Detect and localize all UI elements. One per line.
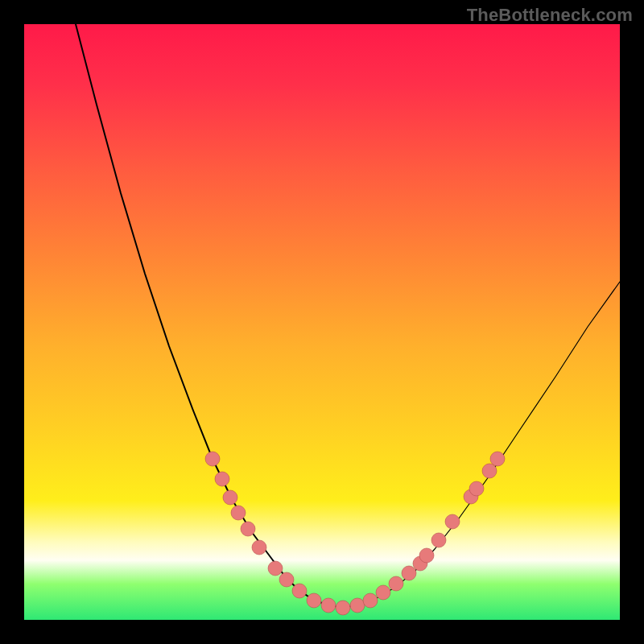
bead-point [336, 601, 350, 615]
bead-point [252, 540, 266, 555]
bead-point [205, 452, 220, 466]
bead-point [321, 598, 336, 613]
plot-area [24, 24, 620, 620]
bead-point [279, 572, 294, 587]
bead-cluster [205, 452, 505, 615]
bead-point [376, 585, 390, 600]
bead-point [307, 593, 321, 608]
bead-point [363, 593, 378, 608]
bead-point [402, 566, 416, 580]
bead-point [215, 472, 229, 486]
bead-point [469, 481, 484, 496]
page-frame: TheBottleneck.com [0, 0, 644, 644]
bead-point [490, 452, 505, 466]
bead-point [445, 514, 460, 529]
bead-point [231, 506, 246, 520]
bead-point [419, 548, 434, 563]
bead-point [292, 584, 307, 598]
bead-point [241, 522, 255, 536]
right-curve [343, 282, 620, 608]
bead-point [350, 598, 365, 613]
bead-point [389, 576, 403, 591]
chart-svg [24, 24, 620, 620]
bead-point [482, 464, 497, 478]
watermark-text: TheBottleneck.com [467, 5, 633, 26]
left-curve [76, 24, 343, 608]
bead-point [431, 533, 446, 547]
bead-point [268, 561, 283, 576]
bead-point [223, 490, 237, 505]
